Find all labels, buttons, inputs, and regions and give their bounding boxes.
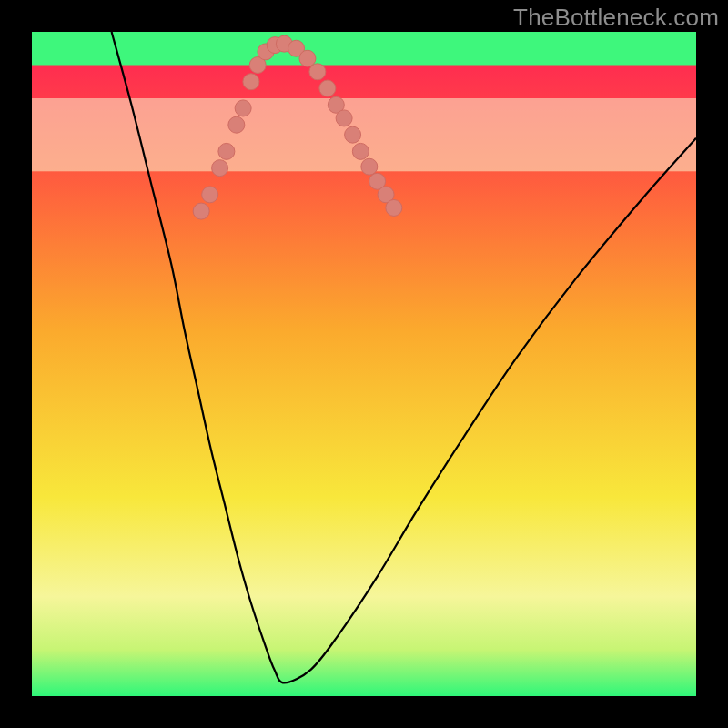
- svg-rect-1: [32, 32, 696, 66]
- svg-point-19: [345, 126, 361, 143]
- svg-point-15: [309, 64, 326, 80]
- svg-point-8: [243, 74, 259, 90]
- svg-point-3: [202, 187, 218, 203]
- svg-point-21: [361, 158, 378, 175]
- svg-point-20: [352, 143, 369, 159]
- watermark-text: TheBottleneck.com: [513, 4, 719, 32]
- svg-point-18: [336, 110, 352, 126]
- svg-point-4: [212, 160, 228, 177]
- svg-point-2: [193, 203, 209, 219]
- chart-canvas: TheBottleneck.com: [0, 0, 728, 728]
- svg-point-5: [218, 143, 235, 159]
- svg-point-24: [386, 199, 402, 216]
- bottleneck-plot: [32, 32, 696, 696]
- svg-point-16: [319, 80, 336, 96]
- svg-point-14: [299, 50, 316, 66]
- svg-point-6: [228, 116, 245, 133]
- svg-point-7: [235, 100, 251, 116]
